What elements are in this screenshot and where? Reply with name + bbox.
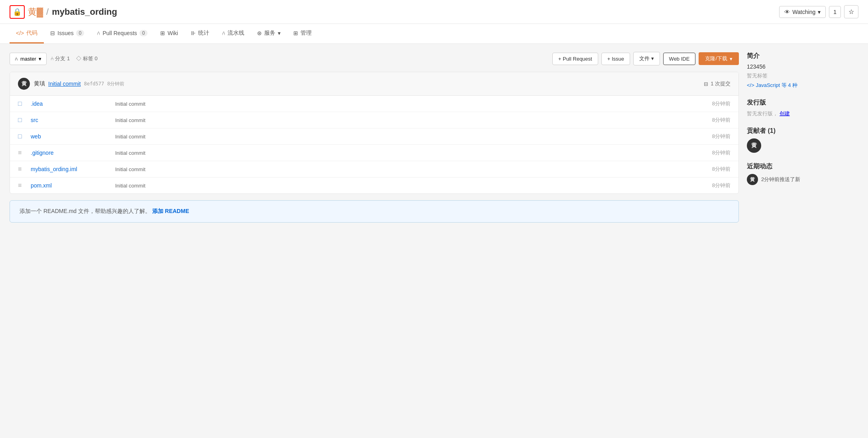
file-type-icon: □ xyxy=(18,100,26,107)
activity-title: 近期动态 xyxy=(747,162,858,171)
table-row: ≡ .gitignore Initial commit 8分钟前 xyxy=(10,145,738,161)
watch-count: 1 xyxy=(829,6,841,18)
languages-text: JavaScript 等 4 种 xyxy=(756,82,797,88)
repo-main: ⑃ master ▾ ⑃ 分支 1 ◇ 标签 0 + Pull Request … xyxy=(10,52,739,223)
admin-icon: ⊞ xyxy=(293,30,298,36)
tags-label: 暂无标签 xyxy=(747,72,858,79)
contributors-list: 黄 xyxy=(747,138,858,153)
tab-pullrequests[interactable]: ⑃ Pull Requests 0 xyxy=(90,24,154,43)
tag-count: ◇ 标签 0 xyxy=(76,55,97,62)
code-lang-icon: </> xyxy=(747,82,754,88)
activity-text: 2分钟前推送了新 xyxy=(761,176,800,183)
chevron-down-icon-file: ▾ xyxy=(651,55,654,61)
branch-info: ⑃ 分支 1 ◇ 标签 0 xyxy=(51,55,98,62)
eye-icon: 👁 xyxy=(784,9,790,15)
repo-name: mybatis_ording xyxy=(52,7,117,17)
file-commit-msg: Initial commit xyxy=(115,134,707,140)
release-text-span: 暂无发行版， xyxy=(747,110,778,116)
file-name-link[interactable]: .idea xyxy=(31,101,110,107)
sidebar-activity: 近期动态 黄 2分钟前推送了新 xyxy=(747,162,858,185)
contributors-title: 贡献者 (1) xyxy=(747,127,858,135)
file-time: 8分钟前 xyxy=(712,149,731,156)
commit-time: 8分钟前 xyxy=(107,81,124,87)
file-rows-container: □ .idea Initial commit 8分钟前 □ src Initia… xyxy=(10,96,738,193)
user-link[interactable]: 黄▓ xyxy=(28,6,43,18)
tab-stats[interactable]: ⊪ 统计 xyxy=(185,24,216,43)
clone-btn-label: 克隆/下载 xyxy=(705,55,727,62)
chevron-down-icon: ▾ xyxy=(818,9,821,15)
star-button[interactable]: ☆ xyxy=(844,5,858,18)
commit-hash: 8efd577 xyxy=(84,81,104,87)
file-button[interactable]: 文件 ▾ xyxy=(633,52,660,65)
toolbar: ⑃ master ▾ ⑃ 分支 1 ◇ 标签 0 + Pull Request … xyxy=(10,52,739,65)
readme-link[interactable]: 添加 README xyxy=(152,208,189,214)
tab-stats-label: 统计 xyxy=(198,30,209,37)
contributor-avatar: 黄 xyxy=(747,138,761,153)
issue-button[interactable]: + Issue xyxy=(601,53,630,65)
toolbar-right: + Pull Request + Issue 文件 ▾ Web IDE 克隆/下… xyxy=(552,52,739,65)
tab-wiki[interactable]: ⊞ Wiki xyxy=(154,24,184,43)
file-name-link[interactable]: web xyxy=(31,133,110,140)
file-name-link[interactable]: mybatis_ording.iml xyxy=(31,166,110,172)
nav-tabs: </> 代码 ⊟ Issues 0 ⑃ Pull Requests 0 ⊞ Wi… xyxy=(0,24,868,44)
commit-count-icon: ⊟ xyxy=(704,81,708,87)
repo-title: 🔒 黄▓ / mybatis_ording xyxy=(10,5,117,19)
tab-pipeline[interactable]: ⑃ 流水线 xyxy=(216,24,251,43)
file-time: 8分钟前 xyxy=(712,133,731,140)
file-commit-msg: Initial commit xyxy=(115,183,707,189)
chevron-down-icon-clone: ▾ xyxy=(730,56,732,62)
table-row: □ web Initial commit 8分钟前 xyxy=(10,128,738,145)
tab-code[interactable]: </> 代码 xyxy=(10,24,44,43)
file-commit-msg: Initial commit xyxy=(115,117,707,123)
intro-value: 123456 xyxy=(747,63,858,70)
languages-label: </> JavaScript 等 4 种 xyxy=(747,82,858,89)
tab-issues[interactable]: ⊟ Issues 0 xyxy=(44,24,90,43)
commit-author-avatar: 黄 xyxy=(18,78,30,90)
branch-label: master xyxy=(20,56,36,62)
branch-count-text: 分支 1 xyxy=(55,55,70,61)
file-name-link[interactable]: src xyxy=(31,117,110,123)
header-bar: 🔒 黄▓ / mybatis_ording 👁 Watching ▾ 1 ☆ xyxy=(0,0,868,24)
issues-icon: ⊟ xyxy=(50,30,55,36)
file-type-icon: ≡ xyxy=(18,149,26,156)
release-create-link[interactable]: 创建 xyxy=(780,110,790,116)
commit-author: 黄瑱 xyxy=(34,80,45,87)
table-row: ≡ pom.xml Initial commit 8分钟前 xyxy=(10,178,738,193)
readme-banner: 添加一个 README.md 文件，帮助感兴趣的人了解。 添加 README xyxy=(10,200,739,223)
issues-badge: 0 xyxy=(76,30,84,36)
tab-issues-label: Issues xyxy=(57,30,73,36)
activity-avatar: 黄 xyxy=(747,174,758,185)
sidebar-intro: 简介 123456 暂无标签 </> JavaScript 等 4 种 xyxy=(747,52,858,89)
watch-button[interactable]: 👁 Watching ▾ xyxy=(779,6,826,18)
readme-banner-text: 添加一个 README.md 文件，帮助感兴趣的人了解。 xyxy=(20,208,151,214)
table-row: □ .idea Initial commit 8分钟前 xyxy=(10,96,738,112)
pipeline-icon: ⑃ xyxy=(222,30,225,36)
branch-count-icon: ⑃ xyxy=(51,55,54,61)
sidebar-release: 发行版 暂无发行版， 创建 xyxy=(747,99,858,117)
pull-request-button[interactable]: + Pull Request xyxy=(552,53,598,65)
commit-message-link[interactable]: Initial commit xyxy=(48,81,81,87)
file-name-link[interactable]: .gitignore xyxy=(31,150,110,156)
web-ide-button[interactable]: Web IDE xyxy=(663,53,696,65)
main-content: ⑃ master ▾ ⑃ 分支 1 ◇ 标签 0 + Pull Request … xyxy=(0,44,868,231)
contributors-count: (1) xyxy=(768,127,776,134)
branch-icon: ⑃ xyxy=(15,56,18,62)
file-table: 黄 黄瑱 Initial commit 8efd577 8分钟前 ⊟ 1 次提交… xyxy=(10,72,739,194)
contributors-title-text: 贡献者 xyxy=(747,127,766,134)
file-type-icon: ≡ xyxy=(18,182,26,189)
tab-service[interactable]: ⊛ 服务 ▾ xyxy=(251,24,287,43)
chevron-down-icon-service: ▾ xyxy=(278,30,281,36)
tab-admin[interactable]: ⊞ 管理 xyxy=(287,24,318,43)
stats-icon: ⊪ xyxy=(191,30,196,36)
file-commit-msg: Initial commit xyxy=(115,166,707,172)
commit-right: ⊟ 1 次提交 xyxy=(704,80,731,87)
clone-button[interactable]: 克隆/下载 ▾ xyxy=(699,52,739,65)
file-time: 8分钟前 xyxy=(712,182,731,189)
tag-count-text: 标签 0 xyxy=(83,55,98,61)
release-title: 发行版 xyxy=(747,99,858,107)
code-icon: </> xyxy=(16,30,24,36)
intro-title: 简介 xyxy=(747,52,858,60)
chevron-down-icon-branch: ▾ xyxy=(39,56,41,62)
branch-button[interactable]: ⑃ master ▾ xyxy=(10,53,47,65)
file-name-link[interactable]: pom.xml xyxy=(31,182,110,189)
